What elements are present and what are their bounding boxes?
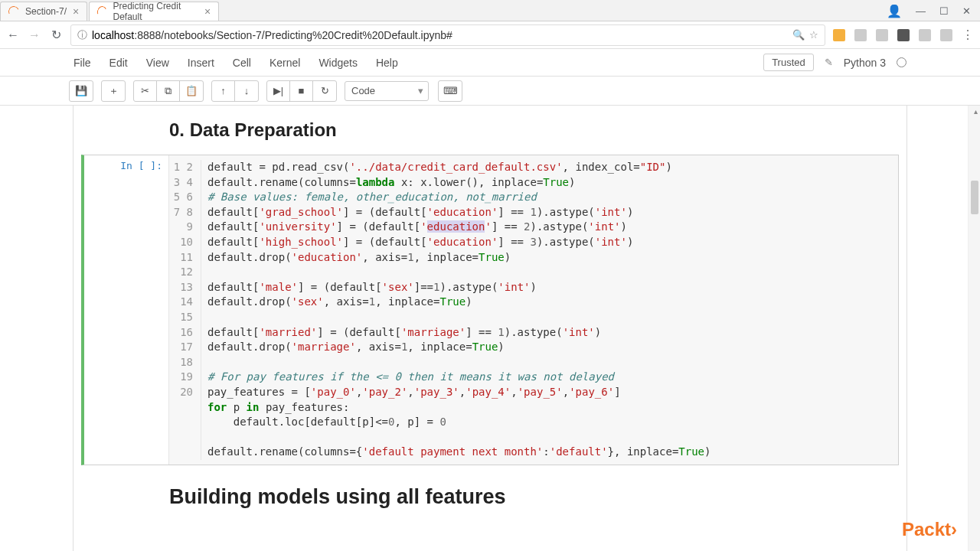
menu-view[interactable]: View	[146, 57, 169, 69]
code-cell[interactable]: In [ ]: 1 2 3 4 5 6 7 8 9 10 11 12 13 14…	[81, 155, 899, 465]
extension-icon[interactable]	[876, 29, 888, 41]
profile-icon[interactable]: 👤	[887, 4, 902, 18]
url-text: localhost:8888/notebooks/Section-7/Predi…	[92, 29, 788, 41]
extension-icon[interactable]	[833, 29, 845, 41]
browser-tab-0[interactable]: Section-7/ ×	[0, 2, 87, 21]
trusted-indicator[interactable]: Trusted	[763, 54, 814, 71]
menu-insert[interactable]: Insert	[188, 57, 214, 69]
cut-button[interactable]: ✂	[134, 81, 157, 101]
extension-icon[interactable]	[897, 29, 910, 41]
scroll-thumb[interactable]	[971, 181, 978, 214]
menu-edit[interactable]: Edit	[109, 57, 128, 69]
jupyter-favicon-icon	[7, 5, 21, 18]
heading-data-prep: 0. Data Preparation	[169, 119, 906, 141]
site-info-icon[interactable]: ⓘ	[77, 28, 87, 42]
menu-kernel[interactable]: Kernel	[270, 57, 300, 69]
command-palette-button[interactable]: ⌨	[439, 81, 462, 101]
heading-building-models: Building models using all features	[169, 485, 906, 509]
move-down-button[interactable]: ↓	[235, 81, 258, 101]
extension-icon[interactable]	[940, 29, 952, 41]
browser-tab-strip: Section-7/ × Predicting Credit Default ×…	[0, 0, 980, 21]
add-cell-button[interactable]: ＋	[102, 81, 125, 101]
code-content[interactable]: default = pd.read_csv('../data/credit_ca…	[201, 160, 710, 460]
jupyter-menu-bar: File Edit View Insert Cell Kernel Widget…	[0, 49, 980, 77]
url-input[interactable]: ⓘ localhost:8888/notebooks/Section-7/Pre…	[70, 24, 825, 46]
tab-title: Predicting Credit Default	[113, 1, 199, 22]
copy-button[interactable]: ⧉	[157, 81, 180, 101]
input-prompt: In [ ]:	[84, 155, 168, 465]
menu-widgets[interactable]: Widgets	[318, 57, 358, 69]
scroll-up-arrow-icon[interactable]: ▴	[974, 107, 978, 116]
move-up-button[interactable]: ↑	[212, 81, 235, 101]
kernel-status-icon	[897, 57, 906, 67]
zoom-icon[interactable]: 🔍	[792, 29, 805, 41]
menu-cell[interactable]: Cell	[233, 57, 251, 69]
close-tab-icon[interactable]: ×	[204, 5, 211, 18]
close-tab-icon[interactable]: ×	[73, 5, 79, 18]
extension-icon[interactable]	[854, 29, 867, 41]
extension-icon[interactable]	[919, 29, 931, 41]
line-number-gutter: 1 2 3 4 5 6 7 8 9 10 11 12 13 14 15 16 1…	[169, 160, 201, 460]
reload-button[interactable]: ↻	[49, 28, 63, 42]
forward-button: →	[28, 28, 41, 42]
maximize-button[interactable]: ☐	[939, 5, 949, 17]
paste-button[interactable]: 📋	[180, 81, 203, 101]
minimize-button[interactable]: —	[916, 5, 926, 17]
code-editor[interactable]: 1 2 3 4 5 6 7 8 9 10 11 12 13 14 15 16 1…	[168, 155, 898, 465]
save-button[interactable]: 💾	[70, 81, 93, 101]
chrome-menu-icon[interactable]: ⋮	[962, 28, 974, 42]
browser-address-bar: ← → ↻ ⓘ localhost:8888/notebooks/Section…	[0, 21, 980, 49]
vertical-scrollbar[interactable]: ▴	[968, 106, 980, 551]
restart-button[interactable]: ↻	[313, 81, 336, 101]
close-window-button[interactable]: ✕	[962, 5, 971, 17]
run-button[interactable]: ▶|	[267, 81, 290, 101]
notebook-body[interactable]: 0. Data Preparation In [ ]: 1 2 3 4 5 6 …	[0, 106, 980, 551]
back-button[interactable]: ←	[6, 28, 20, 42]
cell-type-select[interactable]: Code	[345, 81, 429, 101]
edit-metadata-icon[interactable]: ✎	[825, 57, 833, 68]
kernel-name[interactable]: Python 3	[844, 57, 886, 69]
menu-file[interactable]: File	[74, 57, 91, 69]
jupyter-toolbar: 💾 ＋ ✂ ⧉ 📋 ↑ ↓ ▶| ■ ↻ Code ⌨	[0, 77, 980, 106]
bookmark-star-icon[interactable]: ☆	[809, 29, 818, 41]
extension-icons: ⋮	[833, 28, 974, 42]
tab-title: Section-7/	[25, 6, 67, 17]
menu-help[interactable]: Help	[376, 57, 398, 69]
jupyter-favicon-icon	[96, 5, 108, 18]
stop-button[interactable]: ■	[290, 81, 313, 101]
packt-logo: Packt›	[902, 519, 957, 540]
browser-tab-1[interactable]: Predicting Credit Default ×	[89, 2, 219, 21]
